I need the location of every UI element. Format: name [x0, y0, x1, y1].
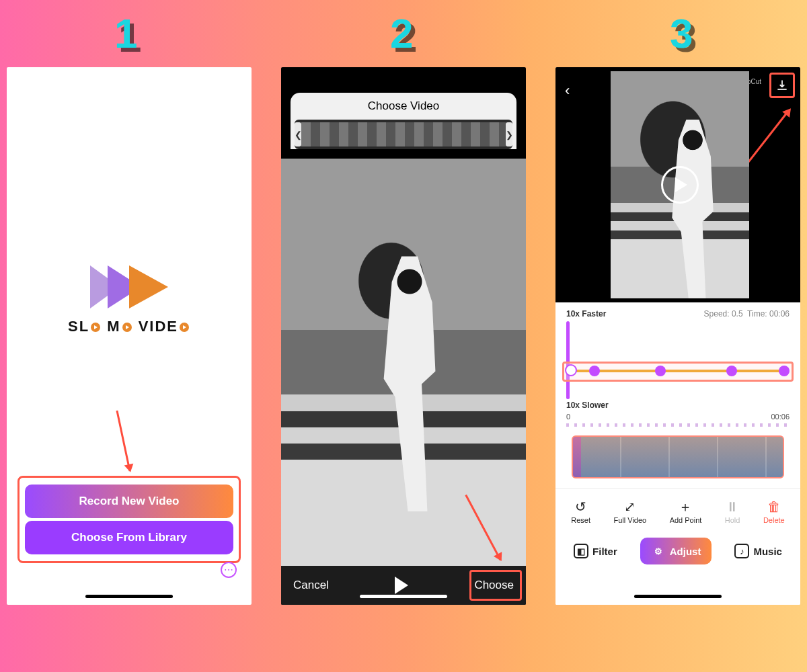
edit-toolbar: ↺Reset ⤢Full Video ＋Add Point ⏸Hold 🗑Del…: [555, 488, 800, 531]
tab-music[interactable]: ♪Music: [724, 538, 793, 564]
speed-point-handle[interactable]: [779, 366, 790, 376]
time-readout: Time: 00:06: [747, 309, 790, 319]
play-dot-icon: [180, 323, 189, 332]
speed-point-handle[interactable]: [655, 366, 666, 376]
sheet-title: Choose Video: [291, 99, 516, 120]
play-icon[interactable]: [395, 577, 408, 594]
video-preview[interactable]: [281, 159, 526, 566]
more-options-icon[interactable]: ⋯: [221, 562, 237, 578]
timeline-end: 00:06: [771, 413, 790, 421]
speed-point-handle[interactable]: [565, 364, 577, 376]
app-logo: SL M VIDE: [7, 265, 252, 335]
step-number-2: 2: [390, 9, 414, 57]
download-icon: [775, 79, 789, 92]
play-button[interactable]: [661, 166, 699, 204]
screen-1-home: SL M VIDE Record New Video Choose From L…: [7, 67, 252, 605]
full-video-button[interactable]: ⤢Full Video: [613, 499, 646, 524]
back-icon[interactable]: ‹: [565, 82, 570, 99]
tab-filter[interactable]: ◧Filter: [563, 538, 628, 564]
play-icon: [675, 177, 687, 192]
reset-button[interactable]: ↺Reset: [571, 499, 590, 524]
tab-adjust[interactable]: ⚙Adjust: [640, 538, 712, 564]
delete-button[interactable]: 🗑Delete: [763, 499, 785, 524]
choose-from-library-button[interactable]: Choose From Library: [25, 521, 233, 554]
playhead-icon[interactable]: [566, 321, 570, 399]
step-number-3: 3: [670, 9, 694, 57]
timeline-ruler[interactable]: 0 00:06: [566, 413, 790, 431]
expand-icon: ⤢: [613, 499, 646, 514]
choose-video-sheet: Choose Video ❮ ❯: [291, 93, 516, 149]
reset-icon: ↺: [571, 499, 590, 514]
speed-curve-editor[interactable]: [562, 321, 794, 399]
filmstrip-frames: [301, 122, 506, 146]
play-dot-icon: [122, 323, 132, 332]
step-number-1: 1: [114, 9, 139, 57]
app-brand-text: SL M VIDE: [7, 318, 252, 335]
annotation-highlight-box: Record New Video Choose From Library: [17, 476, 241, 563]
screen-3-editor: ‹ ✂ CapCut 10x Faster Speed: 0.5 Time: 0…: [555, 67, 800, 605]
annotation-highlight-box: [469, 570, 522, 601]
trim-handle-left-icon[interactable]: ❮: [295, 122, 301, 146]
screen-2-choose-video: Choose Video ❮ ❯ Cancel Choose: [281, 67, 526, 605]
editor-preview-area: ‹ ✂ CapCut: [555, 67, 800, 302]
speed-point-handle[interactable]: [589, 366, 600, 376]
home-indicator[interactable]: [360, 595, 447, 598]
add-point-button[interactable]: ＋Add Point: [670, 499, 702, 524]
trim-handle-right-icon[interactable]: ❯: [506, 122, 512, 146]
record-new-video-button[interactable]: Record New Video: [25, 485, 233, 518]
speed-track: [572, 370, 787, 372]
pause-icon: ⏸: [725, 499, 740, 514]
editor-controls-panel: 10x Faster Speed: 0.5 Time: 00:06 10x Sl…: [555, 302, 800, 605]
hold-button[interactable]: ⏸Hold: [725, 499, 740, 524]
timeline-start: 0: [566, 413, 570, 421]
cancel-button[interactable]: Cancel: [293, 579, 329, 592]
plus-icon: ＋: [670, 499, 702, 514]
faster-label: 10x Faster: [566, 309, 606, 319]
mode-tabs: ◧Filter ⚙Adjust ♪Music: [555, 531, 800, 577]
slower-label: 10x Slower: [566, 401, 609, 410]
annotation-arrow: [116, 411, 130, 472]
speed-readout: Speed: 0.5: [704, 309, 743, 319]
adjust-sliders-icon: ⚙: [651, 544, 666, 558]
home-indicator[interactable]: [85, 595, 173, 598]
home-indicator[interactable]: [634, 595, 722, 598]
music-note-icon: ♪: [734, 544, 749, 558]
download-export-button[interactable]: [769, 73, 795, 98]
trash-icon: 🗑: [763, 499, 785, 514]
filter-icon: ◧: [574, 544, 588, 558]
logo-triangle-icon: [129, 265, 168, 308]
clip-filmstrip[interactable]: [572, 435, 784, 478]
timeline-ticks: [566, 423, 790, 427]
video-preview[interactable]: [611, 71, 749, 298]
speed-point-handle[interactable]: [726, 366, 737, 376]
video-trim-strip[interactable]: ❮ ❯: [295, 120, 512, 149]
play-dot-icon: [91, 323, 100, 332]
